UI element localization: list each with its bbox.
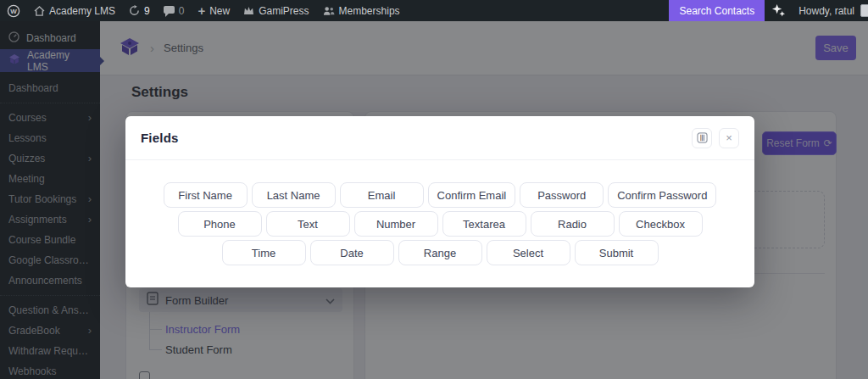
updates-icon <box>129 5 140 16</box>
fields-modal-header: Fields × <box>125 116 754 160</box>
field-radio[interactable]: Radio <box>531 211 615 237</box>
field-last-name[interactable]: Last Name <box>252 182 336 208</box>
memberships-menu-item[interactable]: Memberships <box>316 0 407 21</box>
close-icon[interactable]: × <box>719 128 739 148</box>
fields-row-2: Phone Text Number Textarea Radio Checkbo… <box>178 211 703 237</box>
field-password[interactable]: Password <box>520 182 604 208</box>
gamipress-label: GamiPress <box>259 5 309 17</box>
new-label: New <box>209 5 230 17</box>
new-content-menu-item[interactable]: + New <box>191 0 236 21</box>
plus-icon: + <box>198 3 205 18</box>
field-confirm-email[interactable]: Confirm Email <box>428 182 516 208</box>
howdy-label[interactable]: Howdy, ratul <box>793 5 860 17</box>
crown-icon <box>243 6 254 15</box>
field-select[interactable]: Select <box>487 240 570 265</box>
field-number[interactable]: Number <box>354 211 438 237</box>
field-phone[interactable]: Phone <box>178 211 262 237</box>
memberships-label: Memberships <box>339 5 400 17</box>
updates-count: 9 <box>144 5 150 17</box>
fields-row-1: First Name Last Name Email Confirm Email… <box>164 182 717 208</box>
field-time[interactable]: Time <box>222 240 306 265</box>
field-confirm-password[interactable]: Confirm Password <box>608 182 716 208</box>
svg-text:W: W <box>10 8 17 15</box>
fields-row-3: Time Date Range Select Submit <box>222 240 659 265</box>
fields-modal-body: First Name Last Name Email Confirm Email… <box>125 160 754 265</box>
field-first-name[interactable]: First Name <box>164 182 248 208</box>
field-checkbox[interactable]: Checkbox <box>619 211 703 237</box>
gamipress-menu-item[interactable]: GamiPress <box>236 0 315 21</box>
field-email[interactable]: Email <box>340 182 424 208</box>
modal-actions: × <box>692 128 739 148</box>
wp-admin-bar: W Academy LMS 9 0 + New GamiPress Member… <box>0 0 868 21</box>
avatar[interactable] <box>860 4 868 17</box>
field-text[interactable]: Text <box>266 211 350 237</box>
wordpress-logo-icon[interactable]: W <box>0 0 27 21</box>
fields-modal: Fields × First Name Last Name Email Conf… <box>125 116 754 287</box>
updates-menu-item[interactable]: 9 <box>122 0 157 21</box>
site-name: Academy LMS <box>49 5 115 17</box>
comments-count: 0 <box>179 5 185 17</box>
people-icon <box>323 6 335 16</box>
modal-title: Fields <box>141 131 179 145</box>
sparkles-icon[interactable] <box>765 0 793 21</box>
site-menu-item[interactable]: Academy LMS <box>27 0 122 21</box>
comments-icon <box>164 6 175 14</box>
search-contacts-button[interactable]: Search Contacts <box>669 0 765 21</box>
comments-menu-item[interactable]: 0 <box>157 0 192 21</box>
columns-button[interactable] <box>692 128 712 148</box>
admin-bar-right: Search Contacts Howdy, ratul <box>669 0 868 21</box>
field-submit[interactable]: Submit <box>575 240 659 265</box>
field-date[interactable]: Date <box>310 240 394 265</box>
field-textarea[interactable]: Textarea <box>442 211 526 237</box>
field-range[interactable]: Range <box>398 240 482 265</box>
home-icon <box>34 6 45 16</box>
